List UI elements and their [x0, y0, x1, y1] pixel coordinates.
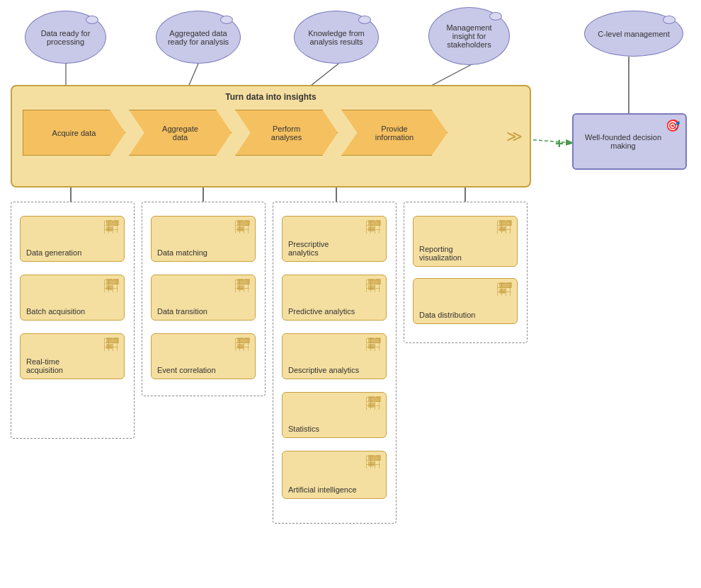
subbox-data-matching: Data matching: [151, 216, 256, 262]
subbox-reporting-visualization: Reportingvisualization: [413, 216, 518, 267]
plus-sign: +: [555, 136, 564, 152]
subbox-statistics: Statistics: [282, 392, 387, 438]
subbox-predictive-analytics: Predictive analytics: [282, 275, 387, 321]
main-process-container: Turn data into insights ≫ Acquire data A…: [11, 85, 531, 188]
ellipse-data-ready: Data ready for processing: [25, 11, 106, 64]
subbox-realtime-acquisition: Real-timeacquisition: [20, 333, 125, 379]
subbox-data-generation: Data generation: [20, 216, 125, 262]
subbox-batch-acquisition: Batch acquisition: [20, 275, 125, 321]
subbox-descriptive-analytics: Descriptive analytics: [282, 333, 387, 379]
subbox-prescriptive-analytics: Prescriptiveanalytics: [282, 216, 387, 262]
subbox-data-distribution: Data distribution: [413, 278, 518, 324]
goal-box-decision-making: Well-founded decisionmaking 🎯: [572, 113, 687, 170]
subbox-artificial-intelligence: Artificial intelligence: [282, 451, 387, 499]
process-perform-analyses: Performanalyses: [235, 110, 338, 156]
end-chevron: ≫: [506, 127, 523, 146]
architecture-diagram: { "ellipses": [ {"id": "e1", "label": "D…: [0, 0, 701, 588]
subbox-event-correlation: Event correlation: [151, 333, 256, 379]
ellipse-clevel: C-level management: [584, 11, 683, 57]
process-provide-information: Provideinformation: [341, 110, 448, 156]
subbox-data-transition: Data transition: [151, 275, 256, 321]
process-acquire-data: Acquire data: [23, 110, 125, 156]
main-title: Turn data into insights: [225, 92, 316, 102]
svg-line-15: [528, 139, 572, 143]
ellipse-management-insight: Managementinsight forstakeholders: [428, 7, 510, 65]
ellipse-knowledge: Knowledge fromanalysis results: [294, 11, 379, 64]
ellipse-aggregated-data: Aggregated dataready for analysis: [156, 11, 241, 64]
process-aggregate-data: Aggregatedata: [129, 110, 232, 156]
